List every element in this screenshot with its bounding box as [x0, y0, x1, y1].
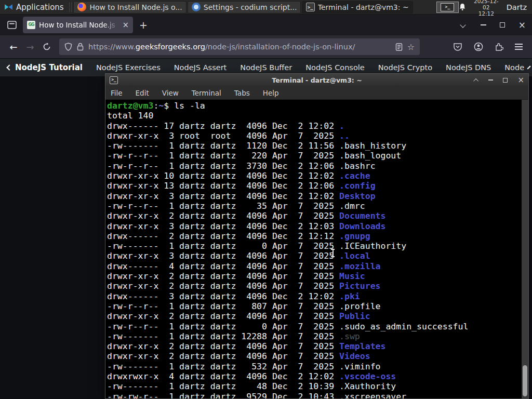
- account-icon[interactable]: [474, 42, 483, 51]
- terminal-minimize-button[interactable]: [488, 79, 493, 81]
- terminal-menu-tabs[interactable]: Tabs: [234, 89, 250, 97]
- terminal-screen[interactable]: dartz@vm3:~$ ls -la total 140 drwx------…: [105, 100, 528, 398]
- lock-icon[interactable]: [77, 43, 84, 51]
- url-scheme: https://www.: [88, 43, 136, 51]
- terminal-line: -rw-r--r-- 1 dartz dartz 807 Apr 7 2025 …: [107, 301, 520, 311]
- terminal-title: Terminal - dartz@vm3: ~: [105, 76, 528, 84]
- chevron-right-icon[interactable]: [527, 65, 531, 69]
- terminal-line: -rw------- 1 dartz dartz 12288 Apr 7 202…: [107, 331, 520, 341]
- terminal-line: -rw------- 1 dartz dartz 1120 Dec 2 11:5…: [107, 141, 520, 151]
- list-all-tabs-icon[interactable]: [460, 22, 466, 28]
- workspace-switcher[interactable]: >_: [436, 2, 459, 13]
- terminal-prompt-line: dartz@vm3:~$ ls -la: [107, 101, 520, 111]
- clock-time: 12:12: [472, 10, 500, 17]
- menu-icon[interactable]: [515, 44, 523, 49]
- nav-link-nodejs-exercises[interactable]: NodeJS Exercises: [96, 63, 161, 72]
- workspace-window-preview: >_: [441, 3, 454, 11]
- bookmark-star-icon[interactable]: ☆: [407, 42, 415, 52]
- clock[interactable]: 2025-12-02 12:12: [472, 0, 500, 17]
- nav-link-nodejs-assert[interactable]: NodeJS Assert: [174, 63, 227, 72]
- terminal-menu-file[interactable]: File: [111, 89, 123, 97]
- tracking-protection-shield-icon[interactable]: [64, 43, 72, 51]
- terminal-total-line: total 140: [107, 111, 520, 121]
- pocket-save-icon[interactable]: [453, 43, 462, 51]
- terminal-line: drwx------ 17 dartz dartz 4096 Dec 2 12:…: [107, 121, 520, 131]
- terminal-line: drwxrwxr-x 4 dartz dartz 4096 Dec 2 12:0…: [107, 371, 520, 381]
- taskbar-item-label: How to Install Node.js o...: [89, 3, 182, 11]
- text-cursor-pointer: [330, 249, 335, 257]
- terminal-line: drwx------ 2 dartz dartz 4096 Dec 2 12:1…: [107, 231, 520, 241]
- terminal-menu-view[interactable]: View: [162, 89, 179, 97]
- clock-date: 2025-12-02: [472, 0, 500, 10]
- browser-tab[interactable]: GG How to Install Node.js on ×: [23, 17, 133, 33]
- terminal-shade-button[interactable]: [474, 78, 479, 83]
- new-tab-button[interactable]: +: [139, 19, 148, 31]
- nav-link-nodejs-console[interactable]: NodeJS Console: [305, 63, 365, 72]
- url-domain: geeksforgeeks.org: [136, 43, 205, 51]
- terminal-close-button[interactable]: ×: [517, 78, 524, 83]
- url-text[interactable]: https://www.geeksforgeeks.org/node-js/in…: [88, 43, 391, 51]
- notification-bell-icon[interactable]: [459, 3, 466, 11]
- terminal-scrollbar[interactable]: [522, 100, 528, 398]
- terminal-title-bar[interactable]: >_ Terminal - dartz@vm3: ~ ×: [105, 74, 528, 86]
- terminal-window: >_ Terminal - dartz@vm3: ~ × FileEditVie…: [105, 73, 529, 399]
- window-maximize-button[interactable]: [500, 22, 505, 28]
- user-menu[interactable]: Dartz: [507, 3, 527, 11]
- terminal-line: -rw------- 1 dartz dartz 532 Apr 7 2025 …: [107, 362, 520, 371]
- terminal-menubar: FileEditViewTerminalTabsHelp: [105, 86, 528, 100]
- terminal-menu-terminal[interactable]: Terminal: [192, 89, 221, 97]
- terminal-line: drwxr-xr-x 3 root root 4096 Apr 7 2025 .…: [107, 131, 520, 141]
- firefox-toolbar: ← → https://www.geeksforgeeks.org/node-j…: [0, 35, 532, 59]
- back-button[interactable]: ←: [5, 39, 22, 55]
- taskbar-item-label: Settings - codium script...: [204, 3, 297, 11]
- firefox-tab-bar: GG How to Install Node.js on × + ×: [0, 15, 532, 35]
- geeksforgeeks-favicon-icon: GG: [27, 21, 35, 29]
- terminal-line: drwxr-xr-x 2 dartz dartz 4096 Apr 7 2025…: [107, 211, 520, 221]
- scrollbar-thumb[interactable]: [523, 365, 527, 396]
- terminal-menu-help[interactable]: Help: [263, 89, 279, 97]
- terminal-menu-edit[interactable]: Edit: [136, 89, 149, 97]
- window-close-button[interactable]: ×: [518, 22, 526, 28]
- nav-link-nodejs-crypto[interactable]: NodeJS Crypto: [378, 63, 432, 72]
- taskbar-item[interactable]: How to Install Node.js o...: [73, 1, 186, 14]
- codium-icon: [192, 3, 201, 11]
- terminal-line: -rw------- 1 dartz dartz 0 Apr 7 2025 .I…: [107, 241, 520, 251]
- window-minimize-button[interactable]: [481, 24, 486, 25]
- tab-close-icon[interactable]: ×: [122, 20, 129, 30]
- reload-button[interactable]: [38, 39, 55, 55]
- prompt-user-host: dartz@vm3: [107, 101, 153, 111]
- nav-link-nodejs-dns[interactable]: NodeJS DNS: [446, 63, 491, 72]
- chevron-left-icon: [6, 64, 12, 70]
- terminal-line: drwxr-xr-x 2 dartz dartz 4096 Apr 7 2025…: [107, 341, 520, 351]
- extensions-icon[interactable]: [495, 43, 503, 51]
- terminal-line: drwxr-xr-x 3 dartz dartz 4096 Dec 2 12:0…: [107, 221, 520, 231]
- terminal-window-icon: >_: [110, 76, 118, 84]
- terminal-line: drwxr-xr-x 2 dartz dartz 4096 Apr 7 2025…: [107, 351, 520, 361]
- taskbar-item-label: Terminal - dartz@vm3: ~: [318, 3, 409, 11]
- applications-menu-label: Applications: [16, 3, 64, 12]
- terminal-line: drwxr-xr-x 13 dartz dartz 4096 Dec 2 12:…: [107, 181, 520, 191]
- applications-menu[interactable]: Applications: [0, 0, 68, 14]
- taskbar-item[interactable]: Settings - codium script...: [188, 1, 301, 14]
- terminal-maximize-button[interactable]: [503, 78, 508, 83]
- nav-back-item[interactable]: NodeJS Tutorial: [7, 63, 83, 72]
- tab-title: How to Install Node.js on: [39, 21, 118, 29]
- terminal-line: drwx------ 3 dartz dartz 4096 Dec 2 12:0…: [107, 291, 520, 301]
- url-path: /node-js/installation-of-node-js-on-linu…: [205, 43, 355, 51]
- terminal-line: -rw-r--r-- 1 dartz dartz 220 Apr 7 2025 …: [107, 151, 520, 161]
- terminal-line: drwxr-xr-x 10 dartz dartz 4096 Dec 2 12:…: [107, 171, 520, 181]
- firefox-view-icon[interactable]: [4, 18, 20, 32]
- nav-link-nodejs-buffer[interactable]: NodeJS Buffer: [240, 63, 292, 72]
- terminal-line: -rw-r--r-- 1 dartz dartz 3730 Dec 2 12:0…: [107, 161, 520, 171]
- firefox-icon: [77, 3, 86, 11]
- applications-menu-icon: [4, 3, 13, 11]
- terminal-line: drwxr-xr-x 3 dartz dartz 4096 Dec 2 12:0…: [107, 191, 520, 201]
- terminal-line: -rw------- 1 dartz dartz 48 Dec 2 10:39 …: [107, 381, 520, 391]
- terminal-line: drwxr-xr-x 2 dartz dartz 4096 Apr 7 2025…: [107, 311, 520, 321]
- reader-view-icon[interactable]: [395, 43, 403, 51]
- top-panel: Applications How to Install Node.js o...…: [0, 0, 532, 15]
- terminal-listing: drwx------ 17 dartz dartz 4096 Dec 2 12:…: [107, 121, 520, 398]
- nav-link-node[interactable]: Node: [504, 63, 524, 72]
- taskbar-item[interactable]: >_Terminal - dartz@vm3: ~: [302, 1, 413, 14]
- url-bar[interactable]: https://www.geeksforgeeks.org/node-js/in…: [59, 38, 420, 55]
